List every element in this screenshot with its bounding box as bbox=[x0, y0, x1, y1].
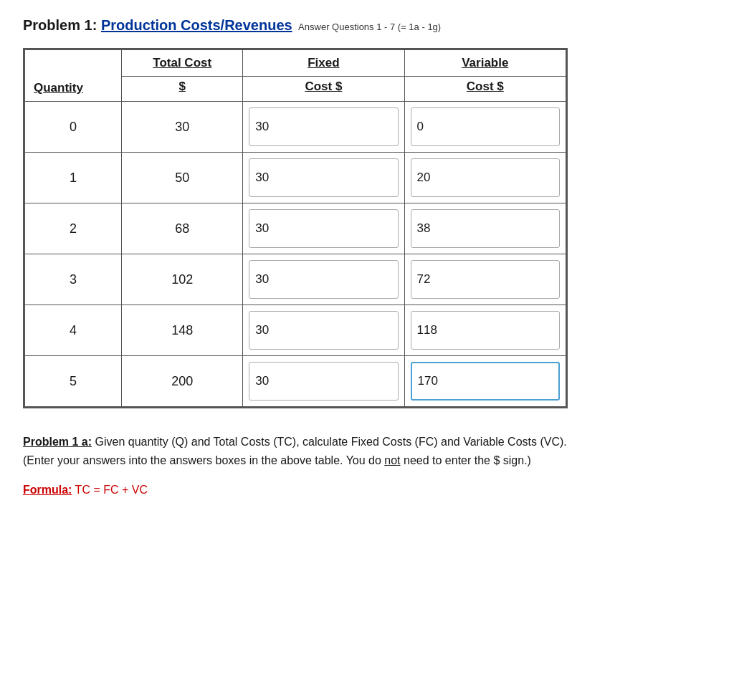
fixed-cost-input[interactable] bbox=[249, 362, 398, 401]
fixed-cost-sub-header: Cost $ bbox=[243, 77, 404, 102]
title-main: Production Costs/Revenues bbox=[101, 17, 292, 33]
fixed-cost-input[interactable] bbox=[249, 260, 398, 299]
variable-cost-cell[interactable] bbox=[404, 102, 566, 153]
fixed-cost-cell[interactable] bbox=[243, 203, 404, 254]
fixed-cost-cell[interactable] bbox=[243, 153, 404, 203]
formula-content: TC = FC + VC bbox=[75, 484, 148, 496]
variable-cost-cell[interactable] bbox=[404, 356, 566, 407]
total-cost-cell: 68 bbox=[122, 203, 243, 254]
variable-cost-cell[interactable] bbox=[404, 254, 566, 305]
quantity-cell: 1 bbox=[25, 153, 122, 203]
total-cost-cell: 50 bbox=[122, 153, 243, 203]
variable-cost-input[interactable] bbox=[411, 362, 560, 401]
variable-cost-input[interactable] bbox=[411, 209, 560, 248]
formula-section: Formula: TC = FC + VC bbox=[23, 484, 711, 497]
problem-1a-section: Problem 1 a: Given quantity (Q) and Tota… bbox=[23, 433, 568, 469]
table-row: 4148 bbox=[25, 305, 566, 356]
fixed-cost-cell[interactable] bbox=[243, 305, 404, 356]
total-cost-cell: 30 bbox=[122, 102, 243, 153]
fixed-cost-input[interactable] bbox=[249, 311, 398, 350]
problem-1a-text2: need to enter the $ sign.) bbox=[401, 454, 531, 466]
table-row: 5200 bbox=[25, 356, 566, 407]
table-row: 268 bbox=[25, 203, 566, 254]
problem-1a-label: Problem 1 a: bbox=[23, 436, 92, 448]
fixed-cost-cell[interactable] bbox=[243, 254, 404, 305]
quantity-cell: 0 bbox=[25, 102, 122, 153]
variable-cost-input[interactable] bbox=[411, 311, 560, 350]
variable-cost-sub-header: Cost $ bbox=[404, 77, 566, 102]
formula-label: Formula: bbox=[23, 484, 72, 496]
variable-cost-input[interactable] bbox=[411, 107, 560, 146]
table-row: 030 bbox=[25, 102, 566, 153]
total-cost-header: Total Cost bbox=[122, 50, 243, 77]
fixed-cost-header: Fixed bbox=[243, 50, 404, 77]
variable-cost-cell[interactable] bbox=[404, 305, 566, 356]
variable-cost-input[interactable] bbox=[411, 158, 560, 197]
total-cost-cell: 148 bbox=[122, 305, 243, 356]
quantity-header: Quantity bbox=[25, 50, 122, 102]
total-cost-cell: 200 bbox=[122, 356, 243, 407]
fixed-cost-cell[interactable] bbox=[243, 356, 404, 407]
cost-table: Quantity Total Cost Fixed Variable $ Cos… bbox=[24, 49, 566, 407]
quantity-cell: 2 bbox=[25, 203, 122, 254]
variable-cost-header: Variable bbox=[404, 50, 566, 77]
title-subtitle: Answer Questions 1 - 7 (= 1a - 1g) bbox=[296, 21, 441, 32]
table-row: 150 bbox=[25, 153, 566, 203]
fixed-cost-input[interactable] bbox=[249, 158, 398, 197]
variable-cost-input[interactable] bbox=[411, 260, 560, 299]
fixed-cost-cell[interactable] bbox=[243, 102, 404, 153]
table-container: Quantity Total Cost Fixed Variable $ Cos… bbox=[23, 48, 568, 408]
quantity-cell: 4 bbox=[25, 305, 122, 356]
total-cost-cell: 102 bbox=[122, 254, 243, 305]
page-title: Problem 1: Production Costs/Revenues Ans… bbox=[23, 17, 711, 34]
total-cost-sub-header: $ bbox=[122, 77, 243, 102]
fixed-cost-input[interactable] bbox=[249, 209, 398, 248]
not-text: not bbox=[384, 454, 400, 466]
title-prefix: Problem 1: bbox=[23, 17, 101, 33]
fixed-cost-input[interactable] bbox=[249, 107, 398, 146]
quantity-cell: 3 bbox=[25, 254, 122, 305]
quantity-cell: 5 bbox=[25, 356, 122, 407]
variable-cost-cell[interactable] bbox=[404, 203, 566, 254]
variable-cost-cell[interactable] bbox=[404, 153, 566, 203]
table-row: 3102 bbox=[25, 254, 566, 305]
table-header-row: Quantity Total Cost Fixed Variable bbox=[25, 50, 566, 77]
